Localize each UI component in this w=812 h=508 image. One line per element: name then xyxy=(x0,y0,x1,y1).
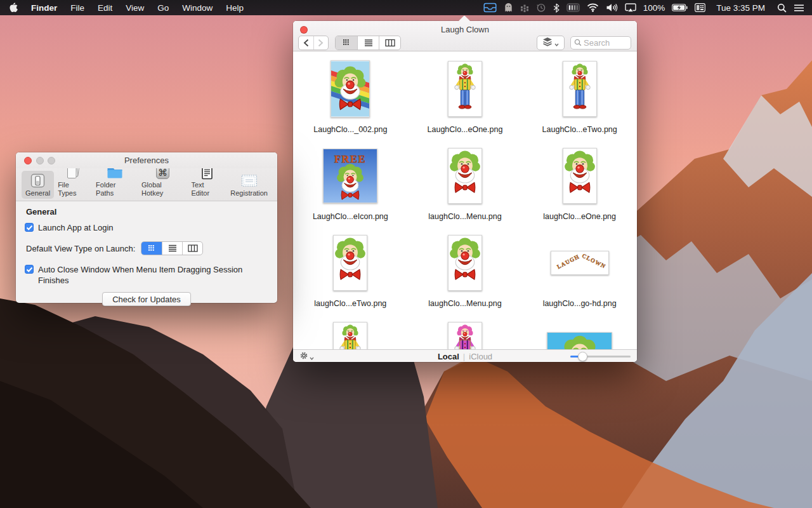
default-view-label: Default View Type on Launch: xyxy=(26,243,135,254)
list-view-segment[interactable] xyxy=(357,36,379,50)
chevron-down-icon xyxy=(554,37,559,49)
auto-close-checkbox[interactable] xyxy=(25,265,34,274)
file-item[interactable] xyxy=(408,312,523,349)
cpu-meter-icon[interactable] xyxy=(566,0,580,15)
file-thumbnail xyxy=(448,148,482,204)
file-thumbnail xyxy=(563,61,597,117)
menu-window[interactable]: Window xyxy=(182,0,213,15)
search-field[interactable] xyxy=(570,36,631,50)
file-item[interactable] xyxy=(522,312,637,349)
file-item[interactable]: laughClo...Menu.png xyxy=(408,225,523,312)
notification-center-icon[interactable] xyxy=(794,0,804,15)
file-item[interactable]: FREE LaughClo...eIcon.png xyxy=(293,138,408,225)
navigation-buttons xyxy=(298,36,329,50)
dropzone-tray-icon[interactable] xyxy=(483,0,497,15)
file-thumbnail: FREE xyxy=(323,149,377,203)
file-thumbnail xyxy=(448,322,482,349)
menu-file[interactable]: File xyxy=(70,0,84,15)
segment-column-view[interactable] xyxy=(182,242,202,255)
tab-label: Text Editor xyxy=(191,181,223,197)
check-for-updates-button[interactable]: Check for Updates xyxy=(102,292,191,306)
levels-icon[interactable] xyxy=(520,0,529,15)
file-thumbnail xyxy=(333,235,367,291)
app-menu-finder[interactable]: Finder xyxy=(31,0,57,15)
menu-bar-menus: Finder File Edit View Go Window Help xyxy=(0,0,244,15)
file-item[interactable]: laughClo...Menu.png xyxy=(408,138,523,225)
checkbox-label: Auto Close Window When Menu Item Draggin… xyxy=(38,264,247,286)
file-item[interactable]: laughClo...eTwo.png xyxy=(293,225,408,312)
file-grid: LaughClo..._002.png LaughClo...eOne.png … xyxy=(293,51,637,349)
file-item[interactable]: LaughClo...eTwo.png xyxy=(522,51,637,138)
segment-grid-view[interactable] xyxy=(141,242,162,255)
keyboard-pad-icon[interactable] xyxy=(695,0,705,15)
certificate-icon xyxy=(240,172,258,189)
menu-view[interactable]: View xyxy=(126,0,144,15)
close-button[interactable] xyxy=(24,157,32,164)
battery-percent: 100% xyxy=(643,0,665,15)
time-machine-icon[interactable] xyxy=(536,0,546,15)
preferences-general-pane: General Launch App at Login Default View… xyxy=(16,201,277,306)
checkbox-label: Launch App at Login xyxy=(38,222,114,233)
icloud-tab[interactable]: iCloud xyxy=(469,352,492,361)
file-name: LaughClo..._002.png xyxy=(313,126,387,134)
launch-at-login-checkbox[interactable] xyxy=(25,223,34,232)
svg-text:⌘: ⌘ xyxy=(158,167,167,178)
menu-bar-clock[interactable]: Tue 3:35 PM xyxy=(716,0,765,15)
column-view-segment[interactable] xyxy=(379,36,400,50)
separator: | xyxy=(463,352,465,361)
file-name: LaughClo...eOne.png xyxy=(428,126,503,134)
tab-label: Folder Paths xyxy=(96,181,134,197)
preferences-toolbar: General File Types Folder Paths ⌘ Global… xyxy=(16,168,277,201)
forward-button-disabled[interactable] xyxy=(314,36,329,50)
window-toolbar xyxy=(293,36,637,50)
bluetooth-icon[interactable] xyxy=(553,0,560,15)
preferences-titlebar[interactable]: Preferences xyxy=(16,152,277,168)
airplay-icon[interactable] xyxy=(625,0,636,15)
tab-label: Registration xyxy=(230,189,268,197)
menu-go[interactable]: Go xyxy=(157,0,169,15)
menu-bar: Finder File Edit View Go Window Help xyxy=(0,0,812,15)
file-name: laughClo...eOne.png xyxy=(543,213,616,221)
window-footer: Local | iCloud xyxy=(293,349,637,362)
file-item[interactable]: LaughClo...eOne.png xyxy=(408,51,523,138)
close-button[interactable] xyxy=(300,26,308,34)
grid-view-segment[interactable] xyxy=(336,36,357,50)
file-item[interactable]: laughClo...eOne.png xyxy=(522,138,637,225)
tab-general[interactable]: General xyxy=(22,171,54,199)
file-name: laughClo...Menu.png xyxy=(428,213,501,221)
file-thumbnail xyxy=(547,332,612,349)
menu-bar-status: 100% Tue 3:35 PM xyxy=(483,0,812,15)
layers-icon xyxy=(542,37,553,49)
file-thumbnail xyxy=(333,322,367,349)
file-item[interactable] xyxy=(293,312,408,349)
slider-knob[interactable] xyxy=(578,352,587,361)
window-header[interactable]: Laugh Clown xyxy=(293,21,637,51)
menu-edit[interactable]: Edit xyxy=(98,0,112,15)
wifi-icon[interactable] xyxy=(587,0,599,15)
layers-menu-button[interactable] xyxy=(537,36,565,50)
minimize-button-disabled xyxy=(36,157,44,164)
ghost-icon[interactable] xyxy=(504,0,513,15)
default-view-segmented-control xyxy=(141,241,203,255)
segment-list-view[interactable] xyxy=(162,242,182,255)
icon-size-slider[interactable] xyxy=(570,356,631,358)
laugh-clown-window: Laugh Clown xyxy=(293,21,637,362)
back-button[interactable] xyxy=(299,36,314,50)
file-item[interactable]: LaughClo..._002.png xyxy=(293,51,408,138)
preferences-window: Preferences General File Types Folder Pa… xyxy=(16,152,277,303)
tab-registration[interactable]: Registration xyxy=(226,171,272,199)
file-thumbnail xyxy=(448,235,482,291)
apple-menu-icon[interactable] xyxy=(9,0,18,15)
file-name: laughClo...go-hd.png xyxy=(543,300,617,308)
file-name: laughClo...eTwo.png xyxy=(314,300,386,308)
file-thumbnail xyxy=(331,60,370,117)
menu-help[interactable]: Help xyxy=(226,0,244,15)
search-input[interactable] xyxy=(584,38,627,48)
tab-label: General xyxy=(25,189,50,197)
volume-icon[interactable] xyxy=(606,0,618,15)
battery-charging-icon[interactable] xyxy=(672,0,688,15)
search-icon xyxy=(574,37,582,49)
file-item[interactable]: LAUGHCLOWN laughClo...go-hd.png xyxy=(522,225,637,312)
spotlight-icon[interactable] xyxy=(777,0,787,15)
local-tab[interactable]: Local xyxy=(438,352,459,361)
